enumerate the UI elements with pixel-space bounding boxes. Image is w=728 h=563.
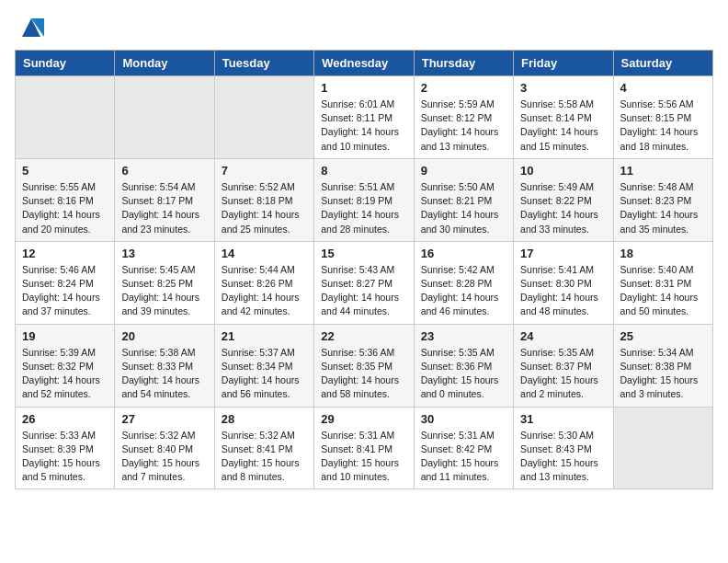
- day-info: Sunrise: 5:39 AM Sunset: 8:32 PM Dayligh…: [22, 346, 108, 402]
- calendar-cell: 1Sunrise: 6:01 AM Sunset: 8:11 PM Daylig…: [314, 76, 414, 159]
- day-info: Sunrise: 5:51 AM Sunset: 8:19 PM Dayligh…: [321, 180, 406, 236]
- day-info: Sunrise: 5:59 AM Sunset: 8:12 PM Dayligh…: [421, 98, 506, 154]
- calendar-week-row: 26Sunrise: 5:33 AM Sunset: 8:39 PM Dayli…: [16, 407, 713, 489]
- calendar-cell: 16Sunrise: 5:42 AM Sunset: 8:28 PM Dayli…: [414, 241, 513, 324]
- calendar-cell: [16, 76, 115, 159]
- calendar-cell: 6Sunrise: 5:54 AM Sunset: 8:17 PM Daylig…: [115, 158, 214, 241]
- header-wednesday: Wednesday: [314, 51, 414, 76]
- day-info: Sunrise: 5:54 AM Sunset: 8:17 PM Dayligh…: [121, 180, 207, 236]
- day-info: Sunrise: 5:49 AM Sunset: 8:22 PM Dayligh…: [520, 180, 606, 236]
- day-number: 4: [620, 81, 706, 95]
- page-header: [15, 15, 713, 40]
- day-info: Sunrise: 5:42 AM Sunset: 8:28 PM Dayligh…: [421, 263, 506, 319]
- day-number: 30: [421, 412, 506, 426]
- day-info: Sunrise: 5:36 AM Sunset: 8:35 PM Dayligh…: [321, 346, 406, 402]
- day-number: 20: [121, 329, 207, 343]
- calendar-week-row: 12Sunrise: 5:46 AM Sunset: 8:24 PM Dayli…: [16, 241, 713, 324]
- day-number: 15: [321, 247, 406, 260]
- day-info: Sunrise: 5:41 AM Sunset: 8:30 PM Dayligh…: [520, 263, 606, 319]
- calendar-cell: 22Sunrise: 5:36 AM Sunset: 8:35 PM Dayli…: [314, 324, 414, 407]
- day-number: 5: [22, 164, 108, 178]
- calendar-cell: 10Sunrise: 5:49 AM Sunset: 8:22 PM Dayli…: [514, 158, 613, 241]
- day-info: Sunrise: 5:32 AM Sunset: 8:40 PM Dayligh…: [121, 429, 207, 485]
- calendar-cell: 8Sunrise: 5:51 AM Sunset: 8:19 PM Daylig…: [314, 158, 414, 241]
- day-number: 29: [321, 412, 406, 426]
- calendar-cell: 2Sunrise: 5:59 AM Sunset: 8:12 PM Daylig…: [414, 76, 513, 159]
- day-info: Sunrise: 5:33 AM Sunset: 8:39 PM Dayligh…: [22, 429, 108, 485]
- day-number: 1: [321, 81, 406, 95]
- day-number: 8: [321, 164, 406, 178]
- calendar-cell: 3Sunrise: 5:58 AM Sunset: 8:14 PM Daylig…: [514, 76, 613, 159]
- day-info: Sunrise: 5:30 AM Sunset: 8:43 PM Dayligh…: [520, 429, 606, 485]
- header-saturday: Saturday: [613, 51, 712, 76]
- day-number: 7: [222, 164, 307, 178]
- calendar-cell: 23Sunrise: 5:35 AM Sunset: 8:36 PM Dayli…: [414, 324, 513, 407]
- day-number: 10: [520, 164, 606, 178]
- day-info: Sunrise: 5:45 AM Sunset: 8:25 PM Dayligh…: [121, 263, 207, 319]
- header-thursday: Thursday: [414, 51, 513, 76]
- calendar-cell: 17Sunrise: 5:41 AM Sunset: 8:30 PM Dayli…: [514, 241, 613, 324]
- day-info: Sunrise: 5:58 AM Sunset: 8:14 PM Dayligh…: [520, 98, 606, 154]
- day-info: Sunrise: 5:31 AM Sunset: 8:41 PM Dayligh…: [321, 429, 406, 485]
- day-number: 18: [620, 247, 706, 260]
- calendar-cell: 26Sunrise: 5:33 AM Sunset: 8:39 PM Dayli…: [16, 407, 115, 489]
- day-info: Sunrise: 5:34 AM Sunset: 8:38 PM Dayligh…: [620, 346, 706, 402]
- day-info: Sunrise: 5:55 AM Sunset: 8:16 PM Dayligh…: [22, 180, 108, 236]
- calendar-cell: 4Sunrise: 5:56 AM Sunset: 8:15 PM Daylig…: [613, 76, 712, 159]
- day-info: Sunrise: 5:35 AM Sunset: 8:37 PM Dayligh…: [520, 346, 606, 402]
- calendar-header-row: SundayMondayTuesdayWednesdayThursdayFrid…: [16, 51, 713, 76]
- header-sunday: Sunday: [16, 51, 115, 76]
- day-number: 12: [22, 247, 108, 260]
- calendar-cell: 29Sunrise: 5:31 AM Sunset: 8:41 PM Dayli…: [314, 407, 414, 489]
- calendar-cell: [613, 407, 712, 489]
- header-friday: Friday: [514, 51, 613, 76]
- day-number: 28: [222, 412, 307, 426]
- day-info: Sunrise: 5:44 AM Sunset: 8:26 PM Dayligh…: [222, 263, 307, 319]
- calendar-cell: 11Sunrise: 5:48 AM Sunset: 8:23 PM Dayli…: [613, 158, 712, 241]
- calendar-cell: 21Sunrise: 5:37 AM Sunset: 8:34 PM Dayli…: [214, 324, 313, 407]
- day-info: Sunrise: 5:52 AM Sunset: 8:18 PM Dayligh…: [222, 180, 307, 236]
- day-number: 6: [121, 164, 207, 178]
- day-number: 19: [22, 329, 108, 343]
- calendar-cell: 31Sunrise: 5:30 AM Sunset: 8:43 PM Dayli…: [514, 407, 613, 489]
- day-info: Sunrise: 5:38 AM Sunset: 8:33 PM Dayligh…: [121, 346, 207, 402]
- calendar-cell: 14Sunrise: 5:44 AM Sunset: 8:26 PM Dayli…: [214, 241, 313, 324]
- day-info: Sunrise: 6:01 AM Sunset: 8:11 PM Dayligh…: [321, 98, 406, 154]
- day-number: 23: [421, 329, 506, 343]
- calendar-cell: 24Sunrise: 5:35 AM Sunset: 8:37 PM Dayli…: [514, 324, 613, 407]
- day-number: 22: [321, 329, 406, 343]
- logo: [15, 15, 44, 40]
- calendar-cell: 18Sunrise: 5:40 AM Sunset: 8:31 PM Dayli…: [613, 241, 712, 324]
- day-number: 2: [421, 81, 506, 95]
- header-tuesday: Tuesday: [214, 51, 313, 76]
- calendar-cell: 20Sunrise: 5:38 AM Sunset: 8:33 PM Dayli…: [115, 324, 214, 407]
- logo-icon: [18, 15, 44, 40]
- day-info: Sunrise: 5:35 AM Sunset: 8:36 PM Dayligh…: [421, 346, 506, 402]
- day-number: 21: [222, 329, 307, 343]
- day-number: 24: [520, 329, 606, 343]
- calendar-cell: 5Sunrise: 5:55 AM Sunset: 8:16 PM Daylig…: [16, 158, 115, 241]
- day-info: Sunrise: 5:40 AM Sunset: 8:31 PM Dayligh…: [620, 263, 706, 319]
- calendar-cell: 27Sunrise: 5:32 AM Sunset: 8:40 PM Dayli…: [115, 407, 214, 489]
- day-info: Sunrise: 5:48 AM Sunset: 8:23 PM Dayligh…: [620, 180, 706, 236]
- calendar-week-row: 5Sunrise: 5:55 AM Sunset: 8:16 PM Daylig…: [16, 158, 713, 241]
- header-monday: Monday: [115, 51, 214, 76]
- calendar-cell: 28Sunrise: 5:32 AM Sunset: 8:41 PM Dayli…: [214, 407, 313, 489]
- calendar-cell: [214, 76, 313, 159]
- day-number: 11: [620, 164, 706, 178]
- calendar-cell: 30Sunrise: 5:31 AM Sunset: 8:42 PM Dayli…: [414, 407, 513, 489]
- day-number: 27: [121, 412, 207, 426]
- day-number: 31: [520, 412, 606, 426]
- calendar-cell: 25Sunrise: 5:34 AM Sunset: 8:38 PM Dayli…: [613, 324, 712, 407]
- day-info: Sunrise: 5:56 AM Sunset: 8:15 PM Dayligh…: [620, 98, 706, 154]
- calendar-cell: 9Sunrise: 5:50 AM Sunset: 8:21 PM Daylig…: [414, 158, 513, 241]
- day-number: 13: [121, 247, 207, 260]
- calendar-cell: 12Sunrise: 5:46 AM Sunset: 8:24 PM Dayli…: [16, 241, 115, 324]
- day-info: Sunrise: 5:37 AM Sunset: 8:34 PM Dayligh…: [222, 346, 307, 402]
- calendar-week-row: 19Sunrise: 5:39 AM Sunset: 8:32 PM Dayli…: [16, 324, 713, 407]
- day-number: 14: [222, 247, 307, 260]
- calendar-cell: 7Sunrise: 5:52 AM Sunset: 8:18 PM Daylig…: [214, 158, 313, 241]
- calendar-cell: 13Sunrise: 5:45 AM Sunset: 8:25 PM Dayli…: [115, 241, 214, 324]
- calendar-week-row: 1Sunrise: 6:01 AM Sunset: 8:11 PM Daylig…: [16, 76, 713, 159]
- day-info: Sunrise: 5:46 AM Sunset: 8:24 PM Dayligh…: [22, 263, 108, 319]
